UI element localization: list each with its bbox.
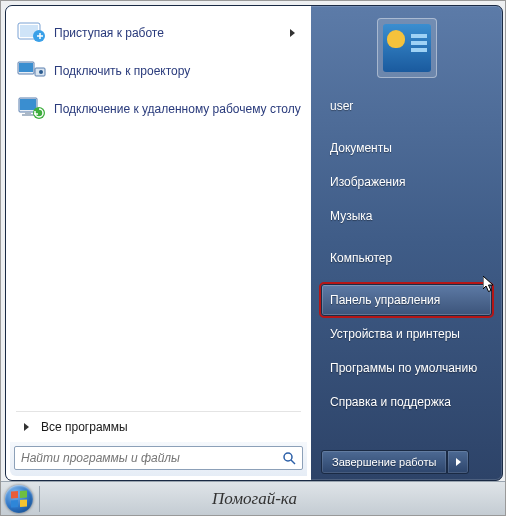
sidebar-item[interactable]: user <box>321 90 492 122</box>
projector-icon <box>16 55 48 87</box>
program-label: Подключение к удаленному рабочему столу <box>54 102 301 116</box>
sidebar-item[interactable]: Музыка <box>321 200 492 232</box>
sidebar-items: userДокументыИзображенияМузыкаКомпьютерП… <box>321 90 492 420</box>
helper-caption: Помогай-ка <box>44 489 505 509</box>
taskbar: Помогай-ка <box>1 481 505 515</box>
program-getting-started[interactable]: Приступая к работе <box>12 14 305 52</box>
search-input[interactable] <box>21 451 282 465</box>
arrow-right-icon <box>456 458 461 466</box>
windows-logo-icon <box>5 485 33 513</box>
divider <box>39 486 40 512</box>
shutdown-options-button[interactable] <box>447 450 469 474</box>
program-label: Приступая к работе <box>54 26 290 40</box>
getting-started-icon <box>16 17 48 49</box>
program-connect-projector[interactable]: Подключить к проектору <box>12 52 305 90</box>
all-programs-button[interactable]: Все программы <box>10 414 307 442</box>
divider <box>16 411 301 412</box>
shutdown-row: Завершение работы <box>321 450 492 474</box>
svg-line-13 <box>291 460 295 464</box>
sidebar-item[interactable]: Панель управления <box>321 284 492 316</box>
sidebar-item[interactable]: Компьютер <box>321 242 492 274</box>
svg-rect-8 <box>20 99 36 110</box>
svg-point-6 <box>39 70 43 74</box>
svg-point-12 <box>284 453 292 461</box>
sidebar-item[interactable]: Программы по умолчанию <box>321 352 492 384</box>
submenu-arrow-icon <box>290 29 295 37</box>
program-remote-desktop[interactable]: Подключение к удаленному рабочему столу <box>12 90 305 128</box>
remote-desktop-icon <box>16 93 48 125</box>
shutdown-label: Завершение работы <box>332 456 436 468</box>
recent-programs-list: Приступая к работе Подключить к проектор… <box>10 10 307 409</box>
arrow-right-icon <box>24 423 29 431</box>
user-picture-frame[interactable] <box>377 18 437 78</box>
svg-rect-4 <box>19 63 33 72</box>
sidebar-item[interactable]: Устройства и принтеры <box>321 318 492 350</box>
control-panel-icon <box>383 24 431 72</box>
sidebar-item[interactable]: Изображения <box>321 166 492 198</box>
shutdown-button[interactable]: Завершение работы <box>321 450 447 474</box>
search-icon <box>282 451 296 465</box>
start-menu-right-panel: userДокументыИзображенияМузыкаКомпьютерП… <box>311 6 502 480</box>
all-programs-label: Все программы <box>41 420 128 434</box>
program-label: Подключить к проектору <box>54 64 301 78</box>
search-row <box>10 442 307 476</box>
start-menu-left-panel: Приступая к работе Подключить к проектор… <box>6 6 311 480</box>
sidebar-item[interactable]: Справка и поддержка <box>321 386 492 418</box>
svg-rect-9 <box>25 112 31 114</box>
search-box[interactable] <box>14 446 303 470</box>
start-button[interactable] <box>1 482 37 516</box>
sidebar-item[interactable]: Документы <box>321 132 492 164</box>
svg-rect-10 <box>22 114 34 116</box>
start-menu: Приступая к работе Подключить к проектор… <box>5 5 503 481</box>
